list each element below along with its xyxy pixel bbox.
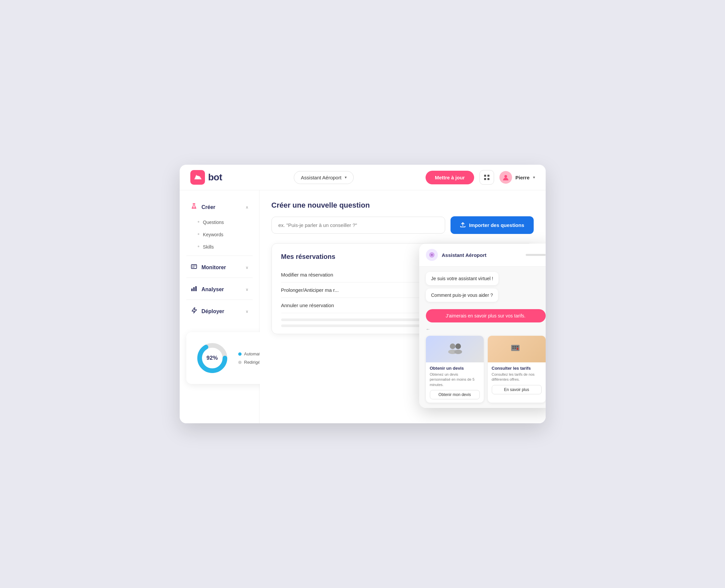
sidebar-monitorer-label: Monitorer: [201, 265, 226, 271]
chat-header-decoration: [526, 254, 546, 256]
grid-icon-button[interactable]: [479, 170, 494, 185]
sidebar-item-creer[interactable]: Créer ∧: [186, 200, 253, 215]
keywords-label: Keywords: [203, 232, 223, 237]
update-button[interactable]: Mettre à jour: [426, 171, 474, 184]
upload-icon: [460, 222, 466, 229]
chat-user-message: J'aimerais en savoir plus sur vos tarifs…: [426, 309, 546, 322]
user-chevron-icon: ▾: [533, 175, 535, 180]
app-window: bot Assistant Aéroport ▾ Mettre à jour: [180, 165, 546, 423]
chevron-up-icon: ∧: [246, 205, 249, 210]
sidebar: Créer ∧ Questions Keywords Skills: [180, 190, 259, 423]
chat-card-body-tarifs: Consulter les tarifs Consultez les tarif…: [488, 362, 546, 398]
chat-card-desc-tarifs: Consultez les tarifs de nos différentes …: [492, 372, 542, 382]
svg-rect-24: [517, 348, 518, 350]
flask-icon: [190, 203, 198, 211]
svg-point-17: [454, 350, 462, 354]
chevron-down-icon-deployer: ∨: [246, 309, 249, 314]
bolt-icon: [190, 307, 198, 315]
question-input-row: Importer des questions: [272, 216, 534, 234]
questions-label: Questions: [203, 219, 224, 225]
chat-card-title-tarifs: Consulter les tarifs: [492, 366, 542, 371]
chat-message-2: Comment puis-je vous aider ?: [426, 289, 498, 302]
chat-header: Assistant Aéroport: [419, 244, 546, 267]
sidebar-divider: [186, 256, 253, 256]
chat-card-desc-devis: Obtenez un devis personnalisé en moins d…: [430, 372, 480, 387]
sidebar-item-questions[interactable]: Questions: [198, 216, 253, 228]
donut-percentage: 92%: [206, 355, 218, 361]
sidebar-divider-3: [186, 299, 253, 300]
svg-rect-10: [195, 286, 197, 291]
grid-icon: [484, 174, 490, 181]
logo-icon: [190, 170, 205, 185]
assistant-name: Assistant Aéroport: [301, 175, 341, 180]
svg-rect-20: [514, 346, 516, 347]
import-label: Importer des questions: [469, 222, 525, 228]
sidebar-deployer-label: Déployer: [201, 309, 224, 314]
chat-card-tarifs: Consulter les tarifs Consultez les tarif…: [488, 336, 546, 403]
chat-avatar: [426, 249, 438, 261]
svg-rect-3: [487, 175, 489, 177]
sidebar-item-keywords[interactable]: Keywords: [198, 228, 253, 240]
header: bot Assistant Aéroport ▾ Mettre à jour: [180, 165, 546, 190]
chat-card-devis: Obtenir un devis Obtenez un devis person…: [426, 336, 484, 403]
sidebar-sub-items-creer: Questions Keywords Skills: [186, 216, 253, 253]
svg-rect-23: [514, 348, 516, 349]
user-avatar: [499, 171, 512, 184]
svg-rect-8: [191, 289, 193, 291]
sidebar-item-deployer[interactable]: Déployer ∨: [186, 304, 253, 319]
sidebar-item-skills[interactable]: Skills: [198, 240, 253, 253]
svg-point-6: [505, 175, 507, 178]
chat-card-title-devis: Obtenir un devis: [430, 366, 480, 371]
sidebar-divider-2: [186, 277, 253, 278]
svg-point-14: [450, 343, 455, 349]
chat-card-btn-tarifs[interactable]: En savoir plus: [492, 385, 542, 394]
chat-bot-name: Assistant Aéroport: [442, 252, 522, 258]
main-layout: Créer ∧ Questions Keywords Skills: [180, 190, 546, 423]
chevron-down-icon: ▾: [345, 175, 347, 180]
sidebar-creer-label: Créer: [201, 204, 216, 210]
main-content: Créer une nouvelle question Importer des…: [259, 190, 546, 423]
chat-card-img-devis: [426, 336, 484, 362]
svg-rect-7: [191, 265, 197, 269]
header-center: Assistant Aéroport ▾: [229, 171, 419, 184]
chat-card-body-devis: Obtenir un devis Obtenez un devis person…: [426, 362, 484, 403]
sidebar-item-monitorer[interactable]: Monitorer ∨: [186, 260, 253, 275]
chat-message-1: Je suis votre assistant virtuel !: [426, 272, 499, 285]
chat-arrow-icon[interactable]: ←: [426, 327, 430, 332]
svg-rect-22: [512, 348, 514, 349]
chat-body: Je suis votre assistant virtuel ! Commen…: [419, 267, 546, 408]
user-menu[interactable]: Pierre ▾: [499, 171, 535, 184]
automated-dot: [238, 352, 241, 356]
redirected-dot: [238, 361, 241, 364]
chat-cards: Obtenir un devis Obtenez un devis person…: [426, 336, 546, 403]
chat-card-img-tarifs: [488, 336, 546, 362]
chevron-down-icon-analyser: ∨: [246, 287, 249, 292]
chevron-down-icon-monitorer: ∨: [246, 265, 249, 270]
assistant-selector[interactable]: Assistant Aéroport ▾: [294, 171, 354, 184]
chat-cards-nav: ←: [426, 327, 546, 332]
page-title: Créer une nouvelle question: [272, 201, 534, 210]
svg-rect-5: [487, 178, 489, 180]
logo-text: bot: [208, 172, 222, 183]
chat-widget: Assistant Aéroport Je suis votre assista…: [419, 244, 546, 408]
svg-rect-19: [512, 346, 514, 347]
svg-rect-9: [193, 287, 195, 291]
svg-rect-4: [484, 178, 486, 180]
sidebar-item-analyser[interactable]: Analyser ∨: [186, 282, 253, 297]
chat-icon: [190, 263, 198, 272]
import-button[interactable]: Importer des questions: [450, 216, 534, 234]
svg-rect-21: [517, 346, 518, 347]
donut-chart: 92%: [196, 341, 229, 375]
sidebar-analyser-label: Analyser: [201, 287, 224, 293]
user-name: Pierre: [515, 175, 530, 180]
chat-card-btn-devis[interactable]: Obtenir mon devis: [430, 390, 480, 399]
question-input[interactable]: [272, 217, 445, 234]
header-right: Mettre à jour Pierre ▾: [426, 170, 535, 185]
chart-icon: [190, 285, 198, 294]
svg-point-1: [196, 176, 199, 179]
skills-label: Skills: [203, 244, 214, 250]
logo-area: bot: [190, 170, 222, 185]
svg-rect-2: [484, 175, 486, 177]
svg-point-16: [455, 343, 461, 349]
